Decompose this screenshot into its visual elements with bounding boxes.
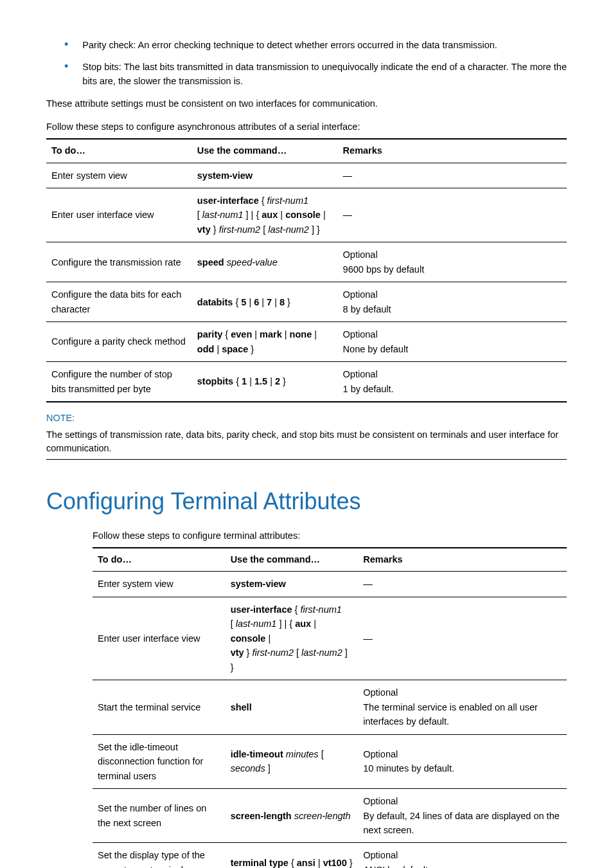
cell-command: databits { 5 | 6 | 7 | 8 } [192, 282, 338, 322]
note-heading: NOTE: [46, 411, 567, 426]
remark-line: Optional [343, 249, 378, 260]
remark-line: Optional [363, 796, 398, 806]
cmd-literal: console [285, 210, 321, 220]
table-async-attributes: To do… Use the command… Remarks Enter sy… [46, 138, 567, 402]
remark-line: None by default [343, 344, 409, 354]
cmd-arg: seconds [231, 763, 265, 773]
cmd-arg: first-num2 [253, 647, 294, 658]
table-row: Set the number of lines on the next scre… [93, 789, 567, 843]
cmd-literal: terminal type [231, 858, 289, 868]
cell-todo: Configure the number of stop bits transm… [46, 362, 192, 402]
cmd-arg: minutes [286, 749, 319, 759]
th-todo: To do… [46, 139, 192, 163]
bullet-dot-icon: • [64, 60, 68, 89]
cell-command: shell [226, 680, 359, 734]
th-remarks: Remarks [358, 548, 567, 572]
paragraph-attribute-consistency: These attribute settings must be consist… [46, 97, 567, 111]
remark-line: Optional [343, 369, 378, 379]
cmd-literal: even [231, 329, 252, 339]
cmd-literal: space [222, 344, 248, 354]
cmd-literal: shell [231, 702, 252, 712]
cell-remarks: Optional None by default [338, 322, 567, 362]
section-title: Configuring Terminal Attributes [46, 484, 567, 519]
remark-line: 1 by default. [343, 384, 394, 394]
cell-command: system-view [226, 572, 359, 597]
cmd-literal: vt100 [323, 858, 347, 868]
cmd-literal: odd [197, 344, 215, 354]
th-todo: To do… [93, 548, 226, 572]
cell-remarks: Optional 8 by default [338, 282, 567, 322]
cmd-literal: user-interface [231, 604, 292, 615]
table-row: Set the idle-timeout disconnection funct… [93, 734, 567, 788]
cmd-arg: last-num2 [301, 647, 342, 658]
cmd-literal: 7 [267, 297, 272, 307]
cell-todo: Configure the transmission rate [46, 242, 192, 282]
cmd-arg: first-num1 [300, 604, 341, 615]
remark-line: The terminal service is enabled on all u… [363, 702, 538, 727]
table-row: Enter user interface view user-interface… [93, 597, 567, 680]
bullet-dot-icon: • [64, 39, 68, 53]
cmd-arg: first-num2 [219, 224, 260, 235]
remark-line: ANSI by default. [363, 865, 431, 868]
cell-command: screen-length screen-length [226, 789, 359, 843]
remark-line: Optional [343, 289, 378, 300]
table-terminal-attributes: To do… Use the command… Remarks Enter sy… [93, 547, 567, 868]
cell-remarks: — [338, 188, 567, 242]
cmd-literal: 8 [280, 297, 285, 307]
cell-todo: Set the display type of the current user… [93, 843, 226, 868]
cell-todo: Enter system view [93, 572, 226, 597]
table-row: Enter system view system-view — [93, 572, 567, 597]
remark-line: 10 minutes by default. [363, 763, 454, 773]
cmd-literal: screen-length [231, 811, 292, 821]
table-row: Start the terminal service shell Optiona… [93, 680, 567, 734]
table1-intro: Follow these steps to configure asynchro… [46, 120, 567, 134]
remark-line: 9600 bps by default [343, 264, 425, 275]
bullet-stopbits: • Stop bits: The last bits transmitted i… [64, 60, 567, 89]
cmd-literal: vty [231, 647, 244, 658]
cell-remarks: Optional 9600 bps by default [338, 242, 567, 282]
cell-command: stopbits { 1 | 1.5 | 2 } [192, 362, 338, 402]
cmd-arg: last-num1 [202, 210, 244, 220]
th-command: Use the command… [192, 139, 338, 163]
cell-todo: Set the idle-timeout disconnection funct… [93, 734, 226, 788]
cmd-literal: system-view [197, 170, 253, 181]
cell-remarks: — [358, 572, 567, 597]
bullet-parity: • Parity check: An error checking techni… [64, 39, 567, 53]
cell-todo: Enter user interface view [46, 188, 192, 242]
note-body: The settings of transmission rate, data … [46, 428, 567, 460]
cmd-literal: 1.5 [254, 376, 267, 386]
cmd-literal: vty [197, 224, 211, 235]
cmd-literal: 1 [242, 376, 247, 386]
table-row: Configure the transmission rate speed sp… [46, 242, 567, 282]
cell-todo: Configure a parity check method [46, 322, 192, 362]
table2-intro: Follow these steps to configure terminal… [93, 529, 567, 543]
cmd-literal: user-interface [197, 195, 259, 206]
th-remarks: Remarks [338, 139, 567, 163]
table-row: Configure a parity check method parity {… [46, 322, 567, 362]
cell-command: system-view [192, 163, 338, 188]
cmd-literal: databits [197, 297, 233, 307]
table-row: Configure the data bits for each charact… [46, 282, 567, 322]
cell-remarks: — [338, 163, 567, 188]
cell-command: parity { even | mark | none | odd | spac… [192, 322, 338, 362]
cmd-arg: last-num2 [268, 224, 309, 235]
cmd-literal: aux [295, 619, 311, 629]
cmd-arg: speed-value [227, 257, 278, 267]
cmd-literal: parity [197, 329, 223, 339]
remark-line: 8 by default [343, 304, 391, 314]
cell-command: user-interface { first-num1 [ last-num1 … [192, 188, 338, 242]
cell-todo: Enter system view [46, 163, 192, 188]
cmd-literal: none [290, 329, 312, 339]
cmd-arg: last-num1 [236, 619, 277, 629]
cell-todo: Enter user interface view [93, 597, 226, 680]
remark-line: Optional [363, 749, 398, 759]
cell-remarks: Optional ANSI by default. [358, 843, 567, 868]
cmd-literal: console [231, 633, 266, 644]
cell-todo: Set the number of lines on the next scre… [93, 789, 226, 843]
cell-remarks: Optional By default, 24 lines of data ar… [358, 789, 567, 843]
cell-remarks: Optional 10 minutes by default. [358, 734, 567, 788]
cmd-literal: 6 [254, 297, 259, 307]
cmd-literal: idle-timeout [231, 749, 283, 759]
cell-command: speed speed-value [192, 242, 338, 282]
cmd-literal: system-view [231, 579, 286, 589]
